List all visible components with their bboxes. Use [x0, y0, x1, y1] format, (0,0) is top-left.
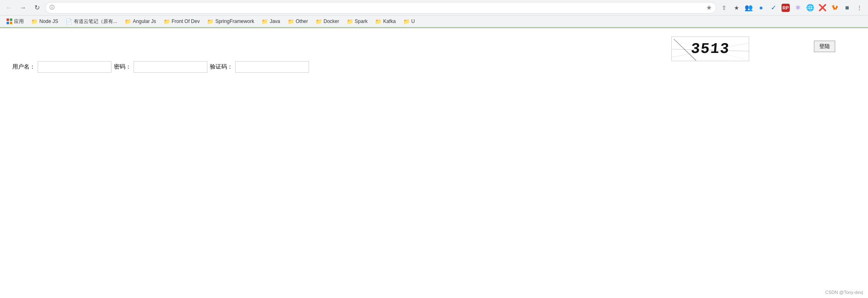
folder-icon: 📁	[288, 18, 294, 25]
ext-atom-icon[interactable]: ⚛	[793, 2, 803, 13]
youdao-icon: 📄	[66, 18, 72, 25]
forward-button[interactable]: →	[17, 2, 29, 14]
login-button[interactable]: 登陆	[814, 41, 835, 52]
browser-chrome: ← → ↻ ⓘ localhost:8080/login.html ★ ⇧ ★ …	[0, 0, 868, 28]
form-fields-row: 用户名： 密码： 验证码：	[12, 61, 309, 73]
reload-button[interactable]: ↻	[31, 2, 43, 14]
bookmark-frontofdev-label: Front Of Dev	[172, 18, 200, 24]
folder-icon: 📁	[207, 18, 214, 25]
folder-icon: 📁	[31, 18, 38, 25]
favorites-icon[interactable]: ★	[731, 2, 742, 13]
login-form-area: 3513 登陆 用户名： 密码： 验证码：	[8, 37, 860, 81]
bookmark-springframework[interactable]: 📁 SpringFramework	[204, 18, 257, 25]
captcha-image[interactable]: 3513	[671, 37, 749, 61]
ext-people-icon[interactable]: 👥	[743, 2, 754, 13]
username-input[interactable]	[38, 61, 111, 73]
ext-orange-icon[interactable]: 🐿	[829, 2, 840, 13]
bookmark-other[interactable]: 📁 Other	[284, 18, 311, 25]
share-icon[interactable]: ⇧	[719, 2, 729, 13]
bookmark-java-label: Java	[270, 18, 280, 24]
address-bar[interactable]: ⓘ localhost:8080/login.html ★	[45, 2, 716, 14]
bookmark-angularjs-label: Angular Js	[133, 18, 156, 24]
url-input[interactable]: localhost:8080/login.html	[57, 5, 704, 11]
bookmark-apps-label: 应用	[14, 18, 24, 25]
captcha-text-display: 3513	[690, 41, 730, 57]
bookmarks-bar: 应用 📁 Node JS 📄 有道云笔记（原有... 📁 Angular Js …	[0, 16, 868, 28]
bookmark-spark[interactable]: 📁 Spark	[343, 18, 371, 25]
folder-icon: 📁	[375, 18, 382, 25]
bookmark-springframework-label: SpringFramework	[215, 18, 254, 24]
bookmark-kafka-label: Kafka	[383, 18, 396, 24]
bookmark-java[interactable]: 📁 Java	[258, 18, 283, 25]
password-input[interactable]	[134, 61, 207, 73]
bookmark-star-icon[interactable]: ★	[706, 4, 712, 11]
bookmark-youdao-label: 有道云笔记（原有...	[74, 18, 117, 25]
captcha-image-container[interactable]: 3513	[671, 37, 749, 61]
captcha-label: 验证码：	[210, 63, 233, 71]
ext-firefox-icon[interactable]: 🌐	[805, 2, 816, 13]
ext-gray-icon[interactable]: ■	[842, 2, 852, 13]
folder-icon: 📁	[403, 18, 410, 25]
bookmark-angularjs[interactable]: 📁 Angular Js	[121, 18, 159, 25]
ext-red-x-icon[interactable]: ❌	[817, 2, 828, 13]
bookmark-apps[interactable]: 应用	[3, 17, 27, 26]
nav-actions: ⇧ ★ 👥 ● ✓ RP ⚛ 🌐 ❌	[719, 2, 865, 13]
folder-icon: 📁	[125, 18, 131, 25]
bookmark-docker-label: Docker	[324, 18, 339, 24]
captcha-input[interactable]	[235, 61, 309, 73]
password-label: 密码：	[114, 63, 131, 71]
security-icon: ⓘ	[50, 4, 55, 11]
ext-rp-icon[interactable]: RP	[780, 2, 791, 13]
page-content: 3513 登陆 用户名： 密码： 验证码： CSDN @Tony-devj	[0, 28, 868, 283]
bookmark-frontofdev[interactable]: 📁 Front Of Dev	[160, 18, 203, 25]
bookmark-kafka[interactable]: 📁 Kafka	[372, 18, 399, 25]
bookmark-other-label: Other	[296, 18, 308, 24]
login-button-area: 登陆	[814, 41, 835, 52]
bookmark-u-label: U	[411, 18, 415, 24]
nav-bar: ← → ↻ ⓘ localhost:8080/login.html ★ ⇧ ★ …	[0, 0, 868, 16]
bookmark-spark-label: Spark	[355, 18, 368, 24]
folder-icon: 📁	[316, 18, 322, 25]
bookmark-youdao[interactable]: 📄 有道云笔记（原有...	[62, 17, 120, 26]
bookmark-docker[interactable]: 📁 Docker	[312, 18, 343, 25]
folder-icon: 📁	[261, 18, 268, 25]
bookmark-nodejs[interactable]: 📁 Node JS	[28, 18, 61, 25]
bookmark-u[interactable]: 📁 U	[400, 18, 418, 25]
menu-button[interactable]: ⋮	[854, 2, 865, 13]
back-button[interactable]: ←	[3, 2, 15, 14]
login-form-row: 用户名： 密码： 验证码：	[12, 61, 309, 73]
folder-icon: 📁	[164, 18, 170, 25]
folder-icon: 📁	[347, 18, 353, 25]
ext-blue-circle-icon[interactable]: ●	[756, 2, 766, 13]
bookmark-nodejs-label: Node JS	[39, 18, 58, 24]
username-label: 用户名：	[12, 63, 35, 71]
apps-grid-icon	[7, 18, 12, 24]
ext-check-icon[interactable]: ✓	[768, 2, 779, 13]
